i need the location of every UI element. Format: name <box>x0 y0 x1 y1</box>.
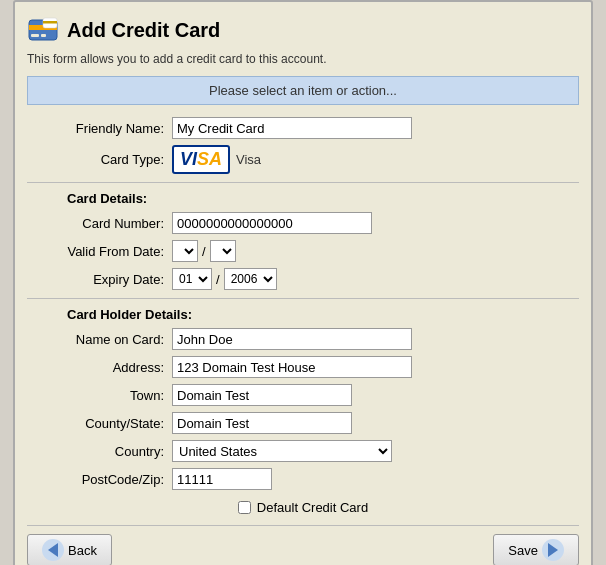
svg-rect-3 <box>41 34 46 37</box>
valid-from-row: Valid From Date: / <box>27 240 579 262</box>
town-input[interactable] <box>172 384 352 406</box>
page-subtitle: This form allows you to add a credit car… <box>27 52 579 66</box>
card-number-row: Card Number: <box>27 212 579 234</box>
card-type-text: Visa <box>236 152 261 167</box>
name-on-card-row: Name on Card: <box>27 328 579 350</box>
expiry-label: Expiry Date: <box>27 272 172 287</box>
card-holder-label: Card Holder Details: <box>67 307 192 322</box>
valid-from-label: Valid From Date: <box>27 244 172 259</box>
credit-card-icon <box>27 14 59 46</box>
save-button[interactable]: Save <box>493 534 579 565</box>
button-bar: Back Save <box>27 525 579 565</box>
card-holder-section: Card Holder Details: Name on Card: Addre… <box>27 307 579 490</box>
card-number-input[interactable] <box>172 212 372 234</box>
expiry-row: Expiry Date: 01020304 05060708 09101112 … <box>27 268 579 290</box>
svg-rect-2 <box>31 34 39 37</box>
visa-badge: VISA <box>172 145 230 174</box>
postcode-label: PostCode/Zip: <box>27 472 172 487</box>
title-bar: Add Credit Card <box>27 14 579 46</box>
card-type-row: Card Type: VISA Visa <box>27 145 579 174</box>
card-details-section: Card Details: Card Number: Valid From Da… <box>27 191 579 290</box>
country-row: Country: United States United Kingdom Ca… <box>27 440 579 462</box>
friendly-name-label: Friendly Name: <box>27 121 172 136</box>
page-title: Add Credit Card <box>67 19 220 42</box>
name-on-card-input[interactable] <box>172 328 412 350</box>
county-row: County/State: <box>27 412 579 434</box>
valid-from-month-select[interactable] <box>172 240 198 262</box>
address-input[interactable] <box>172 356 412 378</box>
default-cc-label: Default Credit Card <box>257 500 368 515</box>
save-arrow-icon <box>548 543 558 557</box>
county-input[interactable] <box>172 412 352 434</box>
county-label: County/State: <box>27 416 172 431</box>
expiry-month-select[interactable]: 01020304 05060708 09101112 <box>172 268 212 290</box>
back-button[interactable]: Back <box>27 534 112 565</box>
card-type-label: Card Type: <box>27 152 172 167</box>
friendly-name-row: Friendly Name: <box>27 117 579 139</box>
svg-rect-5 <box>43 21 57 24</box>
back-arrow-icon <box>48 543 58 557</box>
friendly-name-input[interactable] <box>172 117 412 139</box>
action-bar: Please select an item or action... <box>27 76 579 105</box>
address-row: Address: <box>27 356 579 378</box>
default-cc-checkbox[interactable] <box>238 501 251 514</box>
expiry-year-select[interactable]: 200420052006 2007200820092010 <box>224 268 277 290</box>
card-details-label: Card Details: <box>67 191 147 206</box>
town-label: Town: <box>27 388 172 403</box>
main-window: Add Credit Card This form allows you to … <box>13 0 593 565</box>
postcode-row: PostCode/Zip: <box>27 468 579 490</box>
country-label: Country: <box>27 444 172 459</box>
town-row: Town: <box>27 384 579 406</box>
postcode-input[interactable] <box>172 468 272 490</box>
address-label: Address: <box>27 360 172 375</box>
valid-from-year-select[interactable] <box>210 240 236 262</box>
default-cc-row: Default Credit Card <box>27 500 579 515</box>
card-number-label: Card Number: <box>27 216 172 231</box>
country-select[interactable]: United States United Kingdom Canada Aust… <box>172 440 392 462</box>
name-on-card-label: Name on Card: <box>27 332 172 347</box>
